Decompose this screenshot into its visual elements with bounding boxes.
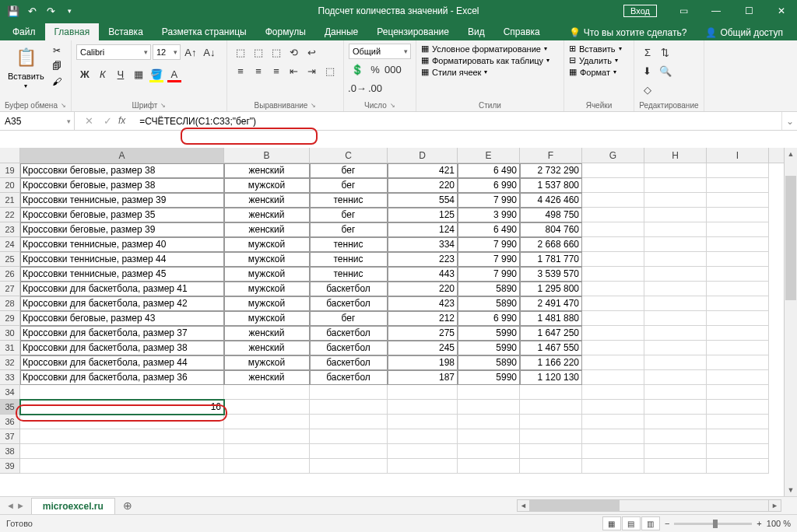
cell[interactable]: 1 537 800 [520,178,582,193]
cell[interactable]: 245 [388,341,458,355]
scroll-left-icon[interactable]: ◄ [518,500,530,511]
cell[interactable] [582,311,644,326]
column-header[interactable]: F [520,148,582,163]
cell[interactable] [644,370,707,385]
align-left-icon[interactable]: ≡ [232,62,249,79]
cell[interactable]: 7 990 [458,267,520,282]
font-name-select[interactable]: Calibri [76,44,151,60]
cell[interactable]: 5890 [458,282,520,296]
cell[interactable] [388,429,458,444]
cell[interactable] [310,400,388,415]
cell[interactable] [520,400,582,415]
cell[interactable]: 223 [388,252,458,267]
cell[interactable]: баскетбол [310,282,388,296]
cell[interactable] [20,429,224,444]
ribbon-options-icon[interactable]: ▭ [668,0,699,22]
border-button[interactable]: ▦ [130,65,147,82]
cell[interactable]: мужской [224,355,310,370]
cell[interactable]: Кроссовки для баскетбола, размер 41 [20,282,224,296]
row-header[interactable]: 35 [0,400,20,415]
expand-formula-bar-icon[interactable]: ⌄ [781,112,797,130]
cell[interactable] [582,326,644,341]
cell[interactable] [310,459,388,474]
scroll-down-icon[interactable]: ▼ [785,484,797,496]
cell[interactable]: Кроссовки теннисные, размер 39 [20,193,224,208]
row-header[interactable]: 22 [0,208,20,222]
cell[interactable] [707,222,769,237]
cell[interactable] [707,385,769,400]
cell[interactable]: бег [310,311,388,326]
cell[interactable] [582,370,644,385]
cell[interactable]: 7 990 [458,193,520,208]
accept-formula-icon[interactable]: ✓ [100,115,115,127]
cell[interactable]: женский [224,326,310,341]
spreadsheet-grid[interactable]: ABCDEFGHI 19Кроссовки беговые, размер 38… [0,148,797,496]
cell[interactable] [388,400,458,415]
row-header[interactable]: 31 [0,341,20,355]
align-right-icon[interactable]: ≡ [268,62,285,79]
cell[interactable] [224,429,310,444]
cell[interactable] [707,415,769,429]
cell[interactable] [707,237,769,252]
cell[interactable]: 7 990 [458,252,520,267]
share-button[interactable]: 👤 Общий доступ [699,25,789,40]
fx-icon[interactable]: fx [118,115,128,127]
row-header[interactable]: 34 [0,385,20,400]
cell[interactable]: баскетбол [310,326,388,341]
row-header[interactable]: 27 [0,282,20,296]
cell[interactable] [707,178,769,193]
row-header[interactable]: 36 [0,415,20,429]
column-header[interactable]: B [224,148,310,163]
increase-decimal-icon[interactable]: .0→ [349,79,366,96]
cell[interactable] [582,282,644,296]
cell[interactable] [707,355,769,370]
cell[interactable] [520,429,582,444]
cell[interactable]: 5890 [458,296,520,311]
cell[interactable]: 6 490 [458,163,520,178]
tab-view[interactable]: Вид [458,23,494,40]
tell-me-search[interactable]: 💡 Что вы хотите сделать? [563,25,693,40]
column-header[interactable]: D [388,148,458,163]
cell[interactable]: Кроссовки беговые, размер 35 [20,208,224,222]
cell[interactable]: 275 [388,326,458,341]
cell[interactable] [644,178,707,193]
cell[interactable] [582,429,644,444]
cell[interactable] [520,459,582,474]
cell[interactable]: Кроссовки для баскетбола, размер 37 [20,326,224,341]
cell[interactable] [582,193,644,208]
cell[interactable]: мужской [224,296,310,311]
find-select-icon[interactable]: 🔍 [657,62,674,79]
cell[interactable] [644,385,707,400]
cell[interactable]: Кроссовки для баскетбола, размер 36 [20,370,224,385]
cell[interactable] [644,355,707,370]
conditional-formatting-button[interactable]: ▦Условное форматирование▾ [421,44,547,54]
sheet-nav-prev-icon[interactable]: ◄ [6,501,15,510]
cell[interactable] [582,385,644,400]
row-header[interactable]: 28 [0,296,20,311]
cell[interactable]: 125 [388,208,458,222]
copy-icon[interactable]: 🗐 [49,59,65,73]
cell[interactable] [224,415,310,429]
cell[interactable] [224,444,310,459]
column-header[interactable]: E [458,148,520,163]
cell[interactable]: 220 [388,178,458,193]
cell[interactable] [644,193,707,208]
cell[interactable]: 6 490 [458,222,520,237]
cell[interactable]: Кроссовки теннисные, размер 45 [20,267,224,282]
cell[interactable] [644,252,707,267]
decrease-decimal-icon[interactable]: .00 [367,79,384,96]
cell[interactable]: Кроссовки беговые, размер 38 [20,178,224,193]
cell[interactable]: 5890 [458,355,520,370]
cell[interactable] [388,415,458,429]
sort-filter-icon[interactable]: ⇅ [657,44,674,61]
cell[interactable] [310,415,388,429]
cell[interactable] [707,193,769,208]
cell[interactable] [582,208,644,222]
row-header[interactable]: 32 [0,355,20,370]
cell-styles-button[interactable]: ▦Стили ячеек▾ [421,67,487,77]
cell[interactable]: 16 [20,400,224,415]
cell[interactable]: 1 166 220 [520,355,582,370]
cell[interactable]: 334 [388,237,458,252]
cell[interactable] [388,444,458,459]
cell[interactable] [582,178,644,193]
